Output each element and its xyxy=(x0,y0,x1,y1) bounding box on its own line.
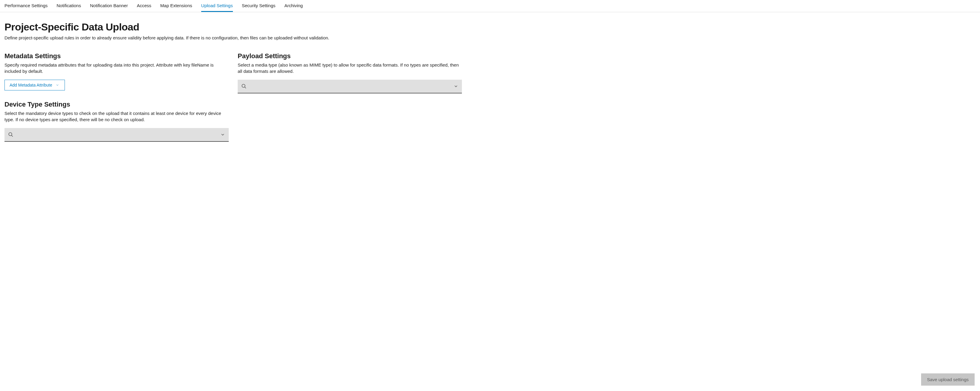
device-type-settings-title: Device Type Settings xyxy=(5,101,229,108)
device-type-settings-description: Select the mandatory device types to che… xyxy=(5,110,229,123)
tab-notifications[interactable]: Notifications xyxy=(57,0,81,12)
metadata-settings-description: Specify required metadata attributes tha… xyxy=(5,62,229,74)
add-metadata-attribute-button[interactable]: Add Metadata Attribute xyxy=(5,80,65,90)
payload-media-type-select[interactable] xyxy=(238,80,462,93)
tab-security-settings[interactable]: Security Settings xyxy=(242,0,276,12)
tab-archiving[interactable]: Archiving xyxy=(284,0,303,12)
tab-access[interactable]: Access xyxy=(137,0,151,12)
metadata-settings-section: Metadata Settings Specify required metad… xyxy=(5,52,229,90)
device-type-search-input[interactable] xyxy=(16,132,217,138)
payload-search-input[interactable] xyxy=(250,84,450,89)
device-type-settings-section: Device Type Settings Select the mandator… xyxy=(5,101,229,142)
svg-point-2 xyxy=(242,84,245,87)
tab-notification-banner[interactable]: Notification Banner xyxy=(90,0,128,12)
svg-line-1 xyxy=(11,135,13,137)
chevron-down-icon xyxy=(220,132,225,137)
tab-performance-settings[interactable]: Performance Settings xyxy=(5,0,48,12)
search-icon xyxy=(8,132,13,137)
tab-upload-settings[interactable]: Upload Settings xyxy=(201,0,233,12)
metadata-settings-title: Metadata Settings xyxy=(5,52,229,60)
payload-settings-title: Payload Settings xyxy=(238,52,462,60)
svg-line-3 xyxy=(245,87,246,89)
search-icon xyxy=(241,84,247,89)
svg-point-0 xyxy=(9,133,12,136)
page-title: Project-Specific Data Upload xyxy=(5,21,462,33)
device-type-select[interactable] xyxy=(5,128,229,142)
add-metadata-attribute-label: Add Metadata Attribute xyxy=(10,83,52,87)
payload-settings-section: Payload Settings Select a media type (al… xyxy=(238,52,462,93)
tab-map-extensions[interactable]: Map Extensions xyxy=(160,0,192,12)
page-description: Define project-specific upload rules in … xyxy=(5,35,462,40)
tabs-nav: Performance Settings Notifications Notif… xyxy=(0,0,980,12)
chevron-down-icon xyxy=(453,84,458,89)
chevron-down-icon xyxy=(55,83,60,87)
main-content: Project-Specific Data Upload Define proj… xyxy=(0,12,466,166)
payload-settings-description: Select a media type (also known as MIME … xyxy=(238,62,462,74)
